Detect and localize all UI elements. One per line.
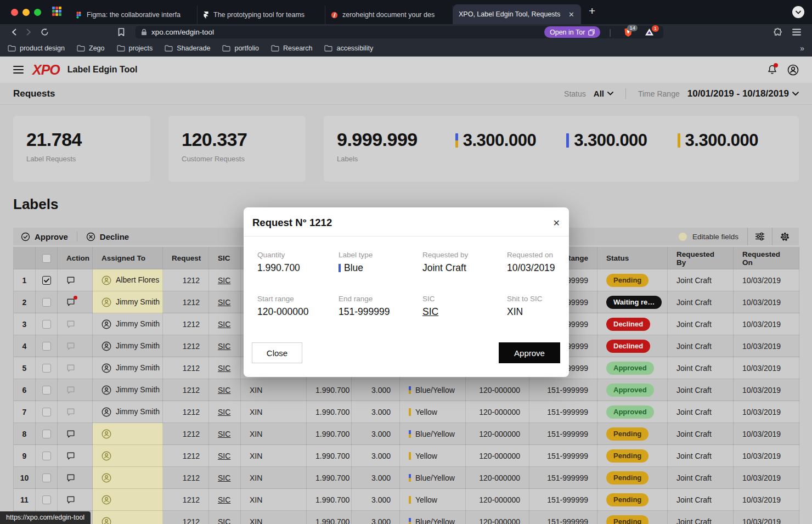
assignee-cell[interactable]: Jimmy Smith bbox=[93, 357, 163, 379]
comment-icon[interactable] bbox=[58, 445, 93, 467]
row-checkbox[interactable] bbox=[36, 379, 58, 401]
comment-icon[interactable] bbox=[58, 269, 93, 291]
header-select-all-checkbox[interactable] bbox=[36, 247, 58, 269]
browser-menu-icon[interactable] bbox=[792, 29, 801, 36]
sic-link[interactable]: SIC bbox=[209, 489, 241, 511]
bookmark-folder-product-design[interactable]: product design bbox=[8, 44, 65, 52]
row-checkbox[interactable] bbox=[36, 357, 58, 379]
close-window-button[interactable] bbox=[11, 9, 18, 16]
assignee-cell[interactable] bbox=[93, 423, 163, 445]
bookmarks-overflow-chevrons[interactable]: » bbox=[800, 44, 804, 53]
row-checkbox[interactable] bbox=[36, 313, 58, 335]
zoom-window-button[interactable] bbox=[34, 9, 41, 16]
tab-zeroheight[interactable]: zeroheight document your des bbox=[325, 5, 453, 24]
assignee-cell[interactable] bbox=[93, 445, 163, 467]
sic-link[interactable]: SIC bbox=[209, 423, 241, 445]
browser-profile-icon[interactable] bbox=[792, 6, 804, 18]
comment-icon[interactable] bbox=[58, 489, 93, 511]
comment-icon[interactable] bbox=[58, 357, 93, 379]
requested-by-cell: Joint Craft bbox=[668, 467, 734, 489]
bookmark-folder-research[interactable]: Research bbox=[271, 44, 313, 52]
tab-xpo-active[interactable]: XPO, Label Edgin Tool, Requests ✕ bbox=[453, 4, 581, 24]
sic-link[interactable]: SIC bbox=[209, 379, 241, 401]
assignee-cell[interactable]: Jimmy Smith bbox=[93, 379, 163, 401]
sic-link[interactable]: SIC bbox=[209, 313, 241, 335]
bookmark-folder-accessibility[interactable]: accessibility bbox=[324, 44, 373, 52]
assignee-cell[interactable]: Jimmy Smith bbox=[93, 335, 163, 357]
assignee-cell[interactable]: Jimmy Smith bbox=[93, 313, 163, 335]
notifications-bell-icon[interactable] bbox=[767, 64, 777, 75]
extensions-puzzle-icon[interactable] bbox=[773, 27, 782, 37]
labels-cell: 3.000 bbox=[352, 423, 400, 445]
brave-rewards-icon[interactable]: 1 bbox=[645, 28, 654, 36]
forward-icon[interactable] bbox=[26, 29, 32, 36]
status-filter-dropdown[interactable]: All bbox=[594, 89, 613, 98]
tab-framer[interactable]: The prototyping tool for teams bbox=[198, 5, 325, 24]
assignee-cell[interactable]: Albert Flores bbox=[93, 269, 163, 291]
back-icon[interactable] bbox=[11, 29, 17, 36]
modal-close-button[interactable]: Close bbox=[252, 342, 302, 363]
comment-icon[interactable] bbox=[58, 379, 93, 401]
assignee-cell[interactable] bbox=[93, 489, 163, 511]
pinned-grid-icon[interactable] bbox=[52, 7, 63, 18]
row-checkbox[interactable] bbox=[36, 489, 58, 511]
start-range-cell: 120-000000 bbox=[466, 511, 529, 524]
assignee-cell[interactable] bbox=[93, 511, 163, 524]
reload-icon[interactable] bbox=[41, 28, 49, 36]
approve-button[interactable]: Approve bbox=[21, 232, 68, 241]
segment-value: 3.300.000 bbox=[685, 131, 758, 150]
modal-approve-button[interactable]: Approve bbox=[499, 342, 560, 363]
sic-link[interactable]: SIC bbox=[209, 335, 241, 357]
assignee-cell[interactable] bbox=[93, 467, 163, 489]
sic-link[interactable]: SIC bbox=[422, 306, 507, 318]
row-checkbox[interactable] bbox=[36, 445, 58, 467]
stat-card-labels: 9.999.999 Labels 3.300.000 3.300.000 3.3… bbox=[324, 116, 799, 182]
window-controls[interactable] bbox=[0, 9, 49, 16]
request-cell: 1212 bbox=[163, 357, 209, 379]
new-tab-button[interactable]: + bbox=[589, 4, 595, 18]
xpo-logo[interactable]: XPO bbox=[32, 62, 60, 78]
decline-button[interactable]: Decline bbox=[86, 232, 129, 241]
sic-link[interactable]: SIC bbox=[209, 357, 241, 379]
row-checkbox[interactable] bbox=[36, 467, 58, 489]
comment-icon[interactable] bbox=[58, 467, 93, 489]
sic-link[interactable]: SIC bbox=[209, 511, 241, 524]
minimize-window-button[interactable] bbox=[22, 9, 30, 16]
start-range-cell: 120-000000 bbox=[466, 489, 529, 511]
settings-gear-icon[interactable] bbox=[772, 228, 791, 245]
tab-figma[interactable]: Figma: the collaborative interfa bbox=[70, 5, 198, 24]
account-icon[interactable] bbox=[787, 64, 799, 76]
comment-icon[interactable] bbox=[58, 335, 93, 357]
row-checkbox[interactable] bbox=[36, 269, 58, 291]
sic-link[interactable]: SIC bbox=[209, 401, 241, 423]
open-in-tor-button[interactable]: Open in Tor bbox=[544, 26, 600, 38]
comment-icon[interactable] bbox=[58, 291, 93, 313]
url-bar[interactable]: xpo.com/edgin-tool Open in Tor | 14 1 bbox=[136, 26, 663, 38]
sic-link[interactable]: SIC bbox=[209, 269, 241, 291]
bookmark-folder-shaderade[interactable]: Shaderade bbox=[165, 44, 210, 52]
modal-close-icon[interactable]: ✕ bbox=[553, 218, 560, 228]
assignee-cell[interactable]: Jimmy Smith bbox=[93, 401, 163, 423]
app-menu-icon[interactable] bbox=[13, 64, 24, 76]
comment-icon[interactable] bbox=[58, 313, 93, 335]
brave-shield-icon[interactable]: 14 bbox=[624, 27, 633, 37]
row-checkbox[interactable] bbox=[36, 335, 58, 357]
bookmark-folder-projects[interactable]: projects bbox=[117, 44, 153, 52]
bookmark-folder-zego[interactable]: Zego bbox=[77, 44, 105, 52]
row-checkbox[interactable] bbox=[36, 291, 58, 313]
bookmark-icon[interactable] bbox=[118, 28, 125, 36]
comment-icon[interactable] bbox=[58, 401, 93, 423]
sic-link[interactable]: SIC bbox=[209, 467, 241, 489]
requested-on-cell: 10/03/2019 bbox=[734, 357, 799, 379]
sic-link[interactable]: SIC bbox=[209, 291, 241, 313]
assignee-cell[interactable]: Jimmy Smith bbox=[93, 291, 163, 313]
sic-link[interactable]: SIC bbox=[209, 445, 241, 467]
bookmark-folder-portfolio[interactable]: portfolio bbox=[222, 44, 258, 52]
row-checkbox[interactable] bbox=[36, 401, 58, 423]
row-checkbox[interactable] bbox=[36, 423, 58, 445]
close-tab-icon[interactable]: ✕ bbox=[567, 10, 576, 19]
time-range-dropdown[interactable]: 10/01/2019 - 10/18/2019 bbox=[687, 88, 799, 99]
comment-icon[interactable] bbox=[58, 423, 93, 445]
filter-sliders-icon[interactable] bbox=[747, 228, 772, 245]
label-type-cell: Blue/Yellow bbox=[400, 379, 466, 401]
